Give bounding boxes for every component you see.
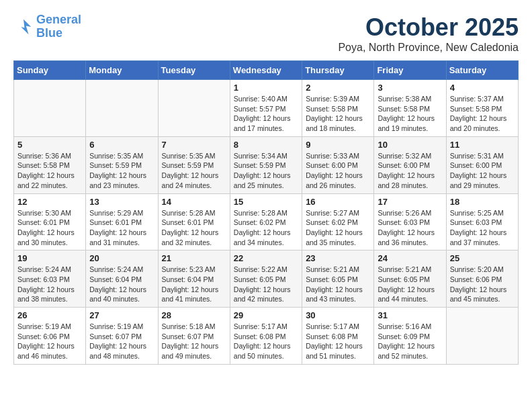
month-title: October 2025 <box>338 13 519 42</box>
day-info: Sunrise: 5:29 AM Sunset: 6:01 PM Dayligh… <box>89 208 154 248</box>
location-title: Poya, North Province, New Caledonia <box>338 42 519 54</box>
calendar-cell: 10Sunrise: 5:32 AM Sunset: 6:00 PM Dayli… <box>374 136 446 193</box>
day-number: 16 <box>306 197 370 207</box>
logo-text: General Blue <box>36 13 81 40</box>
calendar-cell: 20Sunrise: 5:24 AM Sunset: 6:04 PM Dayli… <box>86 250 158 308</box>
day-info: Sunrise: 5:24 AM Sunset: 6:03 PM Dayligh… <box>17 265 82 304</box>
day-info: Sunrise: 5:24 AM Sunset: 6:04 PM Dayligh… <box>89 265 154 304</box>
day-info: Sunrise: 5:26 AM Sunset: 6:03 PM Dayligh… <box>378 208 442 248</box>
calendar-week-row: 1Sunrise: 5:40 AM Sunset: 5:57 PM Daylig… <box>14 80 519 137</box>
calendar-table: SundayMondayTuesdayWednesdayThursdayFrid… <box>13 60 519 365</box>
day-number: 18 <box>450 197 515 207</box>
day-info: Sunrise: 5:17 AM Sunset: 6:08 PM Dayligh… <box>234 322 298 361</box>
calendar-cell <box>158 80 230 137</box>
weekday-header: Saturday <box>446 61 518 80</box>
day-info: Sunrise: 5:20 AM Sunset: 6:06 PM Dayligh… <box>450 265 515 304</box>
calendar-cell: 1Sunrise: 5:40 AM Sunset: 5:57 PM Daylig… <box>230 80 302 137</box>
day-number: 6 <box>89 140 154 150</box>
day-number: 12 <box>17 197 82 207</box>
day-number: 9 <box>306 140 370 150</box>
calendar-cell: 11Sunrise: 5:31 AM Sunset: 6:00 PM Dayli… <box>446 136 518 193</box>
calendar-cell: 16Sunrise: 5:27 AM Sunset: 6:02 PM Dayli… <box>302 193 374 250</box>
weekday-header: Monday <box>86 61 158 80</box>
day-info: Sunrise: 5:21 AM Sunset: 6:05 PM Dayligh… <box>378 265 442 304</box>
calendar-cell: 24Sunrise: 5:21 AM Sunset: 6:05 PM Dayli… <box>374 250 446 308</box>
day-info: Sunrise: 5:17 AM Sunset: 6:08 PM Dayligh… <box>306 322 370 361</box>
weekday-header-row: SundayMondayTuesdayWednesdayThursdayFrid… <box>14 61 519 80</box>
calendar-cell: 22Sunrise: 5:22 AM Sunset: 6:05 PM Dayli… <box>230 250 302 308</box>
day-info: Sunrise: 5:38 AM Sunset: 5:58 PM Dayligh… <box>378 94 442 134</box>
page-header: General Blue October 2025 Poya, North Pr… <box>13 13 519 54</box>
day-info: Sunrise: 5:40 AM Sunset: 5:57 PM Dayligh… <box>234 94 298 134</box>
day-number: 25 <box>450 253 515 263</box>
day-number: 11 <box>450 140 515 150</box>
day-number: 23 <box>306 253 370 263</box>
calendar-cell: 15Sunrise: 5:28 AM Sunset: 6:02 PM Dayli… <box>230 193 302 250</box>
day-info: Sunrise: 5:23 AM Sunset: 6:04 PM Dayligh… <box>162 265 226 304</box>
calendar-cell: 8Sunrise: 5:34 AM Sunset: 5:59 PM Daylig… <box>230 136 302 193</box>
day-number: 1 <box>234 83 298 93</box>
calendar-cell: 2Sunrise: 5:39 AM Sunset: 5:58 PM Daylig… <box>302 80 374 137</box>
calendar-cell: 18Sunrise: 5:25 AM Sunset: 6:03 PM Dayli… <box>446 193 518 250</box>
weekday-header: Friday <box>374 61 446 80</box>
calendar-week-row: 19Sunrise: 5:24 AM Sunset: 6:03 PM Dayli… <box>14 250 519 308</box>
calendar-cell: 29Sunrise: 5:17 AM Sunset: 6:08 PM Dayli… <box>230 308 302 365</box>
day-info: Sunrise: 5:22 AM Sunset: 6:05 PM Dayligh… <box>234 265 298 304</box>
calendar-cell: 17Sunrise: 5:26 AM Sunset: 6:03 PM Dayli… <box>374 193 446 250</box>
calendar-cell <box>86 80 158 137</box>
calendar-week-row: 12Sunrise: 5:30 AM Sunset: 6:01 PM Dayli… <box>14 193 519 250</box>
day-info: Sunrise: 5:36 AM Sunset: 5:58 PM Dayligh… <box>17 151 82 191</box>
day-number: 17 <box>378 197 442 207</box>
svg-marker-0 <box>21 19 31 35</box>
day-info: Sunrise: 5:35 AM Sunset: 5:59 PM Dayligh… <box>162 151 226 191</box>
day-number: 22 <box>234 253 298 263</box>
calendar-cell: 25Sunrise: 5:20 AM Sunset: 6:06 PM Dayli… <box>446 250 518 308</box>
day-number: 15 <box>234 197 298 207</box>
day-info: Sunrise: 5:19 AM Sunset: 6:06 PM Dayligh… <box>17 322 82 361</box>
calendar-cell: 12Sunrise: 5:30 AM Sunset: 6:01 PM Dayli… <box>14 193 86 250</box>
day-info: Sunrise: 5:30 AM Sunset: 6:01 PM Dayligh… <box>17 208 82 248</box>
calendar-cell: 28Sunrise: 5:18 AM Sunset: 6:07 PM Dayli… <box>158 308 230 365</box>
day-info: Sunrise: 5:27 AM Sunset: 6:02 PM Dayligh… <box>306 208 370 248</box>
day-info: Sunrise: 5:28 AM Sunset: 6:01 PM Dayligh… <box>162 208 226 248</box>
day-info: Sunrise: 5:37 AM Sunset: 5:58 PM Dayligh… <box>450 94 515 134</box>
day-info: Sunrise: 5:31 AM Sunset: 6:00 PM Dayligh… <box>450 151 515 191</box>
day-number: 10 <box>378 140 442 150</box>
calendar-cell: 14Sunrise: 5:28 AM Sunset: 6:01 PM Dayli… <box>158 193 230 250</box>
calendar-cell: 7Sunrise: 5:35 AM Sunset: 5:59 PM Daylig… <box>158 136 230 193</box>
calendar-cell: 4Sunrise: 5:37 AM Sunset: 5:58 PM Daylig… <box>446 80 518 137</box>
day-number: 2 <box>306 83 370 93</box>
day-info: Sunrise: 5:16 AM Sunset: 6:09 PM Dayligh… <box>378 322 442 361</box>
calendar-cell: 9Sunrise: 5:33 AM Sunset: 6:00 PM Daylig… <box>302 136 374 193</box>
day-info: Sunrise: 5:39 AM Sunset: 5:58 PM Dayligh… <box>306 94 370 134</box>
title-block: October 2025 Poya, North Province, New C… <box>338 13 519 54</box>
day-number: 14 <box>162 197 226 207</box>
day-info: Sunrise: 5:18 AM Sunset: 6:07 PM Dayligh… <box>162 322 226 361</box>
day-number: 30 <box>306 310 370 320</box>
day-number: 3 <box>378 83 442 93</box>
weekday-header: Thursday <box>302 61 374 80</box>
calendar-cell: 3Sunrise: 5:38 AM Sunset: 5:58 PM Daylig… <box>374 80 446 137</box>
day-number: 7 <box>162 140 226 150</box>
weekday-header: Wednesday <box>230 61 302 80</box>
calendar-cell: 13Sunrise: 5:29 AM Sunset: 6:01 PM Dayli… <box>86 193 158 250</box>
day-number: 19 <box>17 253 82 263</box>
day-info: Sunrise: 5:33 AM Sunset: 6:00 PM Dayligh… <box>306 151 370 191</box>
day-number: 8 <box>234 140 298 150</box>
day-number: 29 <box>234 310 298 320</box>
day-number: 26 <box>17 310 82 320</box>
calendar-cell: 30Sunrise: 5:17 AM Sunset: 6:08 PM Dayli… <box>302 308 374 365</box>
calendar-cell <box>14 80 86 137</box>
day-info: Sunrise: 5:21 AM Sunset: 6:05 PM Dayligh… <box>306 265 370 304</box>
day-info: Sunrise: 5:19 AM Sunset: 6:07 PM Dayligh… <box>89 322 154 361</box>
day-info: Sunrise: 5:34 AM Sunset: 5:59 PM Dayligh… <box>234 151 298 191</box>
weekday-header: Tuesday <box>158 61 230 80</box>
calendar-week-row: 26Sunrise: 5:19 AM Sunset: 6:06 PM Dayli… <box>14 308 519 365</box>
calendar-cell: 21Sunrise: 5:23 AM Sunset: 6:04 PM Dayli… <box>158 250 230 308</box>
day-number: 5 <box>17 140 82 150</box>
day-number: 13 <box>89 197 154 207</box>
weekday-header: Sunday <box>14 61 86 80</box>
day-number: 21 <box>162 253 226 263</box>
logo: General Blue <box>13 13 81 40</box>
day-number: 28 <box>162 310 226 320</box>
